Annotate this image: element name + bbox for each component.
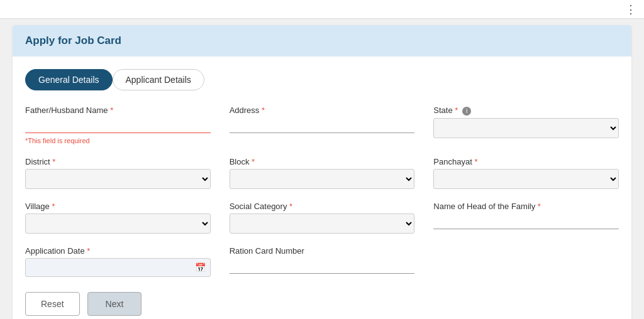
social-category-select[interactable]: General OBC SC ST — [230, 214, 415, 234]
ration-card-input[interactable] — [230, 258, 415, 274]
district-group: District * District 1 — [25, 157, 211, 189]
panchayat-group: Panchayat * Panchayat 1 — [433, 157, 619, 189]
father-husband-name-group: Father/Husband Name * *This field is req… — [25, 105, 211, 144]
village-group: Village * Village 1 — [25, 202, 211, 234]
state-label: State * i — [433, 105, 619, 116]
ration-card-group: Ration Card Number — [230, 246, 415, 277]
state-info-icon: i — [462, 107, 471, 116]
menu-dots[interactable]: ⋮ — [625, 3, 638, 16]
application-date-input[interactable]: 04/09/2024 — [25, 258, 211, 277]
address-label: Address * — [230, 105, 415, 115]
date-wrapper: 04/09/2024 📅 — [25, 258, 211, 277]
social-category-group: Social Category * General OBC SC ST — [230, 202, 415, 234]
head-of-family-group: Name of Head of the Family * — [433, 202, 619, 234]
page-title: Apply for Job Card — [25, 35, 619, 47]
father-husband-name-input[interactable] — [25, 117, 211, 133]
tab-general[interactable]: General Details — [25, 69, 113, 90]
panchayat-label: Panchayat * — [433, 157, 619, 166]
village-select[interactable]: Village 1 — [25, 214, 211, 234]
head-of-family-label: Name of Head of the Family * — [433, 202, 619, 211]
button-row: Reset Next — [25, 292, 619, 316]
village-label: Village * — [25, 202, 211, 211]
block-group: Block * Block 1 — [230, 157, 415, 189]
father-husband-name-error: *This field is required — [25, 137, 211, 144]
head-of-family-input[interactable] — [433, 214, 619, 229]
father-husband-name-label: Father/Husband Name * — [25, 105, 211, 115]
district-select[interactable]: District 1 — [25, 169, 211, 189]
state-group: State * i State 1 State 2 — [433, 105, 619, 144]
district-label: District * — [25, 157, 211, 166]
next-button[interactable]: Next — [87, 292, 142, 316]
tab-group: General Details Applicant Details — [25, 69, 619, 90]
panchayat-select[interactable]: Panchayat 1 — [433, 169, 619, 189]
application-date-group: Application Date * 04/09/2024 📅 — [25, 246, 211, 277]
block-label: Block * — [230, 157, 415, 166]
address-group: Address * — [230, 105, 415, 144]
ration-card-label: Ration Card Number — [230, 246, 415, 256]
form-section: Father/Husband Name * *This field is req… — [25, 105, 619, 277]
state-select[interactable]: State 1 State 2 — [433, 118, 619, 138]
address-input[interactable] — [230, 117, 415, 133]
social-category-label: Social Category * — [230, 202, 415, 211]
empty-cell — [433, 246, 619, 277]
block-select[interactable]: Block 1 — [230, 169, 415, 189]
application-date-label: Application Date * — [25, 246, 211, 256]
reset-button[interactable]: Reset — [25, 292, 80, 316]
tab-applicant[interactable]: Applicant Details — [113, 69, 204, 90]
